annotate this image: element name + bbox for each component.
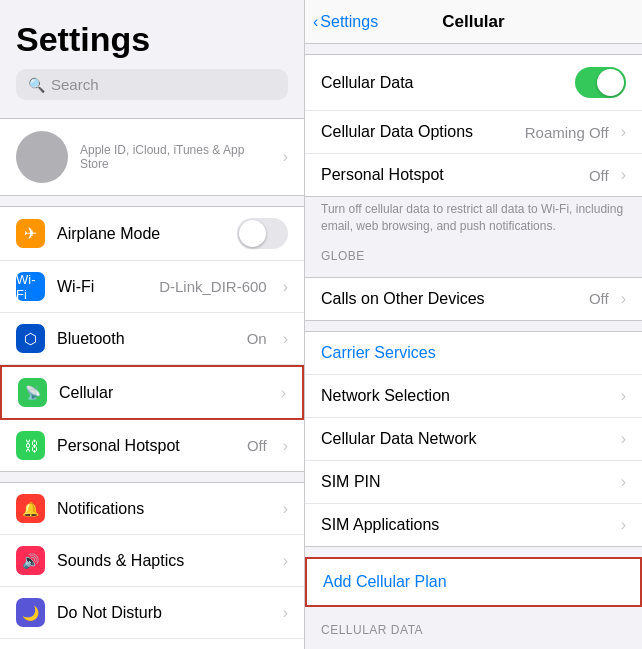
cellular-row[interactable]: 📡 Cellular › xyxy=(0,365,304,420)
cellular-content: Cellular Data Cellular Data Options Roam… xyxy=(305,44,642,649)
cellular-data-label: Cellular Data xyxy=(321,74,567,92)
dnd-chevron-icon: › xyxy=(283,604,288,622)
nav-back-label: Settings xyxy=(320,13,378,31)
network-selection-row[interactable]: Network Selection › xyxy=(305,375,642,418)
carrier-services-row[interactable]: Carrier Services xyxy=(305,332,642,375)
add-cellular-group: Add Cellular Plan xyxy=(305,557,642,607)
wifi-row[interactable]: Wi-Fi Wi-Fi D-Link_DIR-600 › xyxy=(0,261,304,313)
sim-applications-chevron-icon: › xyxy=(621,516,626,534)
airplane-toggle[interactable] xyxy=(237,218,288,249)
airplane-icon: ✈ xyxy=(16,219,45,248)
cellular-data-row[interactable]: Cellular Data xyxy=(305,55,642,111)
cellular-data-network-row[interactable]: Cellular Data Network › xyxy=(305,418,642,461)
carrier-services-label: Carrier Services xyxy=(321,344,626,362)
globe-section-label: GLOBE xyxy=(305,243,642,267)
bluetooth-icon: ⬡ xyxy=(16,324,45,353)
wifi-chevron-icon: › xyxy=(283,278,288,296)
settings-title: Settings xyxy=(16,20,288,59)
personal-hotspot-label: Personal Hotspot xyxy=(321,166,581,184)
calls-other-devices-row[interactable]: Calls on Other Devices Off › xyxy=(305,278,642,320)
profile-sub: Apple ID, iCloud, iTunes & App Store xyxy=(80,143,271,171)
back-chevron-icon: ‹ xyxy=(313,13,318,31)
airplane-mode-row[interactable]: ✈ Airplane Mode xyxy=(0,207,304,261)
search-icon: 🔍 xyxy=(28,77,45,93)
notifications-icon: 🔔 xyxy=(16,494,45,523)
cellular-info-text: Turn off cellular data to restrict all d… xyxy=(305,197,642,243)
avatar xyxy=(16,131,68,183)
cellular-data-group: Cellular Data Cellular Data Options Roam… xyxy=(305,54,642,197)
sounds-label: Sounds & Haptics xyxy=(57,552,271,570)
wifi-value: D-Link_DIR-600 xyxy=(159,278,267,295)
personal-hotspot-row[interactable]: Personal Hotspot Off › xyxy=(305,154,642,196)
cellular-icon: 📡 xyxy=(18,378,47,407)
settings-panel: Settings 🔍 Search Apple ID, iCloud, iTun… xyxy=(0,0,305,649)
dnd-label: Do Not Disturb xyxy=(57,604,271,622)
cellular-detail-panel: ‹ Settings Cellular Cellular Data Cellul… xyxy=(305,0,642,649)
cellular-label: Cellular xyxy=(59,384,269,402)
profile-chevron-icon: › xyxy=(283,148,288,166)
cellular-data-options-label: Cellular Data Options xyxy=(321,123,517,141)
bluetooth-row[interactable]: ⬡ Bluetooth On › xyxy=(0,313,304,365)
hotspot-chevron-icon: › xyxy=(283,437,288,455)
sounds-chevron-icon: › xyxy=(283,552,288,570)
notifications-label: Notifications xyxy=(57,500,271,518)
wifi-icon: Wi-Fi xyxy=(16,272,45,301)
cellular-data-network-label: Cellular Data Network xyxy=(321,430,613,448)
hotspot-value: Off xyxy=(247,437,267,454)
hotspot-icon: ⛓ xyxy=(16,431,45,460)
connectivity-group: ✈ Airplane Mode Wi-Fi Wi-Fi D-Link_DIR-6… xyxy=(0,206,304,472)
cellular-chevron-icon: › xyxy=(281,384,286,402)
calls-other-chevron-icon: › xyxy=(621,290,626,308)
notifications-row[interactable]: 🔔 Notifications › xyxy=(0,483,304,535)
network-selection-label: Network Selection xyxy=(321,387,613,405)
personal-hotspot-value: Off xyxy=(589,167,609,184)
calls-other-devices-label: Calls on Other Devices xyxy=(321,290,581,308)
nav-title: Cellular xyxy=(442,12,504,32)
wifi-label: Wi-Fi xyxy=(57,278,147,296)
sim-applications-label: SIM Applications xyxy=(321,516,613,534)
cellular-data-toggle[interactable] xyxy=(575,67,626,98)
hotspot-row[interactable]: ⛓ Personal Hotspot Off › xyxy=(0,420,304,471)
screentime-row[interactable]: ⏱ Screen Time › xyxy=(0,639,304,649)
sim-pin-row[interactable]: SIM PIN › xyxy=(305,461,642,504)
network-selection-chevron-icon: › xyxy=(621,387,626,405)
cellular-data-options-row[interactable]: Cellular Data Options Roaming Off › xyxy=(305,111,642,154)
cellular-data-options-chevron-icon: › xyxy=(621,123,626,141)
profile-row[interactable]: Apple ID, iCloud, iTunes & App Store › xyxy=(0,118,304,196)
notifications-group: 🔔 Notifications › 🔊 Sounds & Haptics › 🌙… xyxy=(0,482,304,649)
cellular-data-options-value: Roaming Off xyxy=(525,124,609,141)
hotspot-label: Personal Hotspot xyxy=(57,437,235,455)
sim-applications-row[interactable]: SIM Applications › xyxy=(305,504,642,546)
airplane-label: Airplane Mode xyxy=(57,225,225,243)
calls-other-devices-value: Off xyxy=(589,290,609,307)
bluetooth-label: Bluetooth xyxy=(57,330,235,348)
sim-pin-chevron-icon: › xyxy=(621,473,626,491)
add-cellular-plan-label: Add Cellular Plan xyxy=(323,573,624,591)
dnd-icon: 🌙 xyxy=(16,598,45,627)
sounds-icon: 🔊 xyxy=(16,546,45,575)
bluetooth-value: On xyxy=(247,330,267,347)
cellular-data-section-label: CELLULAR DATA xyxy=(305,617,642,641)
globe-group: Calls on Other Devices Off › xyxy=(305,277,642,321)
settings-header: Settings 🔍 Search xyxy=(0,0,304,108)
search-placeholder: Search xyxy=(51,76,99,93)
carrier-group: Carrier Services Network Selection › Cel… xyxy=(305,331,642,547)
dnd-row[interactable]: 🌙 Do Not Disturb › xyxy=(0,587,304,639)
personal-hotspot-chevron-icon: › xyxy=(621,166,626,184)
search-bar[interactable]: 🔍 Search xyxy=(16,69,288,100)
notifications-chevron-icon: › xyxy=(283,500,288,518)
bluetooth-chevron-icon: › xyxy=(283,330,288,348)
nav-bar: ‹ Settings Cellular xyxy=(305,0,642,44)
sounds-row[interactable]: 🔊 Sounds & Haptics › xyxy=(0,535,304,587)
sim-pin-label: SIM PIN xyxy=(321,473,613,491)
profile-info: Apple ID, iCloud, iTunes & App Store xyxy=(80,143,271,171)
cellular-data-network-chevron-icon: › xyxy=(621,430,626,448)
nav-back-button[interactable]: ‹ Settings xyxy=(313,13,378,31)
add-cellular-plan-row[interactable]: Add Cellular Plan xyxy=(305,557,642,607)
